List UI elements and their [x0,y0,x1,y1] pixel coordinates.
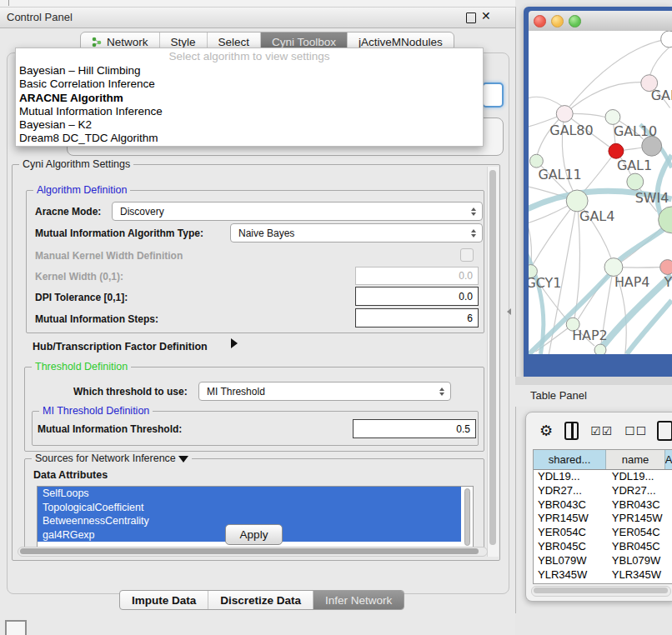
table-row[interactable]: YBR043CYBR043C [534,498,672,512]
close-icon[interactable]: ✕ [481,9,491,22]
minimized-panel-icon[interactable] [5,620,27,635]
table-row[interactable]: YIL052CYIL052C9 [534,582,672,584]
close-traffic-light-icon[interactable] [534,15,546,28]
network-edge[interactable] [650,48,669,75]
tab-infer-network[interactable]: Infer Network [313,591,404,609]
sources-legend: Sources for Network Inference [32,452,192,464]
table-cell: YLR345W [608,568,669,582]
top-tick [8,0,9,6]
network-view-window[interactable]: GALGAL80GAL10GAL1GAL11SWI4GAL4GCY1HAP4YH… [524,7,672,377]
table-cell: 9. [669,568,672,582]
mi-algorithm-type-select[interactable]: Naive Bayes [230,223,483,242]
dpi-tolerance-input[interactable]: 0.0 [355,287,479,306]
network-graph: GALGAL80GAL10GAL1GAL11SWI4GAL4GCY1HAP4YH… [529,31,672,354]
table-cell: 9 [669,582,672,584]
node-table: shared... name A YDL19...YDL19...13YDR27… [533,449,672,584]
network-node[interactable] [605,110,620,125]
table-panel-window: ⚙ ☑☑ ☐☐ shared... name A YDL19...YDL19..… [525,412,672,602]
algorithm-option[interactable]: Bayesian – Hill Climbing [16,64,483,78]
focused-combo-button-fragment [482,82,504,108]
network-node-label: HAP2 [572,328,608,343]
tab-discretize-data[interactable]: Discretize Data [208,591,313,609]
column-header-shared-name[interactable]: shared... [534,450,606,469]
control-panel-title: Control Panel [7,11,73,23]
table-toolbar: ⚙ ☑☑ ☐☐ [526,412,672,449]
table-row[interactable]: YPR145WYPR145W9. [534,512,672,526]
algorithm-option[interactable]: ARACNE Algorithm [16,92,483,105]
table-row[interactable]: YBR045CYBR045C9. [534,540,672,554]
table-row[interactable]: YDR27...YDR27...12 [534,484,672,498]
mi-steps-input[interactable]: 6 [355,308,479,328]
apply-button[interactable]: Apply [225,524,283,545]
network-node[interactable] [594,344,606,354]
table-cell: YLR345W [534,568,608,582]
settings-horizontal-scrollbar-thumb[interactable] [20,548,479,554]
table-cell: 13 [669,470,672,484]
collapse-arrow-icon[interactable] [178,456,188,462]
mi-steps-value: 6 [467,312,473,324]
tab-style-label: Style [171,36,196,48]
network-edge[interactable] [569,40,663,107]
control-panel-titlebar: Control Panel ✕ [0,8,515,28]
gear-icon[interactable]: ⚙ [539,422,553,440]
algorithm-definition-legend: Algorithm Definition [33,184,130,196]
table-cell: YIL052C [534,582,608,584]
aracne-mode-select[interactable]: Discovery [112,202,483,221]
data-attribute-item[interactable]: SelfLoops [38,487,461,501]
table-horizontal-scrollbar-thumb[interactable] [534,588,668,593]
manual-kernel-checkbox[interactable] [460,248,474,262]
settings-horizontal-scrollbar[interactable] [18,547,488,557]
network-highlight-edge[interactable] [617,228,667,262]
network-node[interactable] [529,154,543,168]
which-threshold-select[interactable]: MI Threshold [198,382,451,401]
table-row[interactable]: YBL079WYBL079W [534,554,672,568]
zoom-traffic-light-icon[interactable] [569,15,581,28]
kernel-width-label: Kernel Width (0,1): [35,271,123,282]
column-header-clipped[interactable]: A [665,450,672,469]
table-row[interactable]: YLR345WYLR345W9. [534,568,672,582]
float-window-icon[interactable] [466,12,476,23]
network-node[interactable] [604,258,623,277]
table-row[interactable]: YER054CYER054C8. [534,526,672,540]
split-columns-icon[interactable] [564,422,579,440]
data-attribute-item[interactable]: TopologicalCoefficient [38,501,461,515]
table-document-icon[interactable] [657,421,672,441]
network-edge[interactable] [532,201,577,266]
which-threshold-label: Which threshold to use: [73,386,188,398]
settings-vertical-scrollbar[interactable] [487,167,499,557]
tab-impute-data[interactable]: Impute Data [120,591,208,609]
network-window-titlebar[interactable] [529,11,672,32]
algorithm-option[interactable]: Mutual Information Inference [16,105,483,118]
network-edge[interactable] [529,97,564,108]
network-node-label: GAL1 [617,158,652,173]
algorithm-option[interactable]: Basic Correlation Inference [16,78,483,91]
table-cell: YDL19... [534,470,608,484]
algorithm-dropdown-popup: Select algorithm to view settings Bayesi… [15,48,484,147]
column-header-name[interactable]: name [606,450,665,469]
algorithm-option[interactable]: Dream8 DC_TDC Algorithm [16,132,483,145]
network-node[interactable] [627,173,644,190]
mi-threshold-input[interactable]: 0.5 [353,419,476,438]
expand-arrow-icon[interactable] [231,338,238,348]
algorithm-option[interactable]: Bayesian – K2 [16,118,483,132]
table-cell: YDR27... [608,484,669,498]
panel-splitter-handle[interactable] [507,308,511,315]
stepper-arrows-icon [471,208,476,216]
table-cell: 9. [669,540,672,554]
select-all-checkboxes-icon[interactable]: ☑☑ [590,424,613,438]
attributes-scrollbar[interactable] [464,488,471,547]
manual-kernel-label: Manual Kernel Width Definition [35,250,183,262]
deselect-all-checkboxes-icon[interactable]: ☐☐ [624,424,647,438]
table-horizontal-scrollbar[interactable] [531,586,671,597]
network-node[interactable] [556,106,573,122]
settings-vertical-scrollbar-thumb[interactable] [489,170,496,545]
stepper-arrows-icon [439,388,444,396]
aracne-mode-label: Aracne Mode: [35,206,101,218]
kernel-width-input[interactable]: 0.0 [355,267,479,285]
network-node[interactable] [661,31,672,48]
minimize-traffic-light-icon[interactable] [551,15,564,28]
network-canvas[interactable]: GALGAL80GAL10GAL1GAL11SWI4GAL4GCY1HAP4YH… [529,31,672,354]
network-node[interactable] [660,260,672,275]
table-row[interactable]: YDL19...YDL19...13 [534,470,672,484]
network-node[interactable] [609,143,624,158]
